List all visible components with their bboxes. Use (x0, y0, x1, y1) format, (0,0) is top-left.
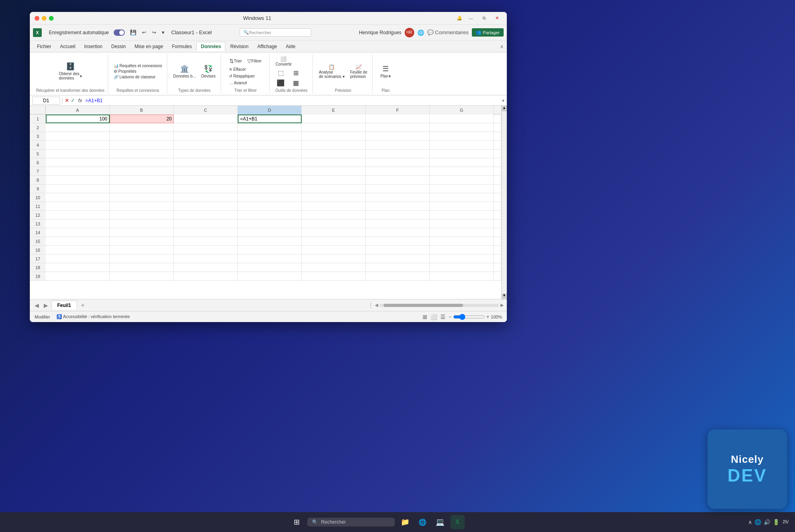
h-scroll-track[interactable] (380, 304, 499, 307)
close-button[interactable] (35, 16, 39, 21)
cell-g2[interactable] (430, 123, 494, 132)
undo-btn[interactable]: ↩ (140, 28, 148, 37)
btn-requetes-connexions[interactable]: 📊 Requêtes et connexions (112, 63, 164, 68)
customize-qat-btn[interactable]: ▾ (160, 28, 167, 37)
col-header-f[interactable]: F (366, 106, 430, 115)
btn-plan[interactable]: ☰ Plan ▾ (378, 63, 393, 80)
col-header-b[interactable]: B (110, 106, 174, 115)
cell-g1[interactable] (430, 115, 494, 123)
cell-b1[interactable]: 20 (110, 115, 174, 123)
taskbar-excel-btn[interactable]: X (450, 515, 465, 529)
tray-chevron-icon[interactable]: ∧ (748, 519, 752, 525)
tray-network-icon[interactable]: 🌐 (754, 519, 761, 525)
page-layout-btn[interactable]: ⬜ (430, 314, 437, 320)
btn-donnees-b[interactable]: 🏛️ Données b... (171, 63, 198, 80)
redo-btn[interactable]: ↪ (150, 28, 158, 37)
cell-rest-2[interactable] (494, 123, 501, 132)
cell-e2[interactable] (302, 123, 366, 132)
save-btn[interactable]: 💾 (128, 28, 138, 37)
comments-btn[interactable]: 💬 Commentaires (427, 29, 469, 35)
scroll-left-btn[interactable]: ◀ (375, 303, 378, 308)
zoom-in-btn[interactable]: + (487, 314, 489, 320)
maximize-button[interactable] (49, 16, 54, 21)
tab-accueil[interactable]: Accueil (56, 42, 80, 51)
h-scroll-thumb[interactable] (384, 304, 463, 307)
sheet-tab-feuil1[interactable]: Feuil1 (51, 301, 77, 310)
taskbar-edge-btn[interactable]: 🌐 (415, 515, 430, 529)
cell-d1[interactable]: =A1+B1 (238, 115, 302, 123)
tab-dessin[interactable]: Dessin (107, 42, 130, 51)
cell-f2[interactable] (366, 123, 430, 132)
name-box[interactable] (32, 97, 60, 105)
user-avatar[interactable]: HR (405, 28, 414, 37)
start-btn[interactable]: ⊞ (290, 515, 304, 529)
btn-reappliquer[interactable]: ↺ Réappliquer (227, 74, 256, 79)
taskbar-files-btn[interactable]: 📁 (398, 515, 412, 529)
cell-b2[interactable] (110, 123, 174, 132)
cell-a1[interactable]: 100 (46, 115, 110, 123)
btn-tool5[interactable]: ▦ (289, 78, 303, 87)
taskbar-clock[interactable]: 25/ (783, 519, 789, 525)
btn-proprietes[interactable]: ⚙ Propriétés (112, 69, 164, 74)
tab-affichage[interactable]: Affichage (253, 42, 281, 51)
taskbar-terminal-btn[interactable]: 💻 (433, 515, 447, 529)
cell-c1[interactable] (174, 115, 238, 123)
btn-effacer[interactable]: ✕ Effacer (227, 67, 256, 72)
btn-analyse-scenarios[interactable]: 📋 Analysede scénarios ▾ (317, 63, 346, 80)
auto-save-toggle[interactable] (114, 29, 125, 36)
add-sheet-btn[interactable]: + (79, 301, 87, 310)
cell-d2[interactable] (238, 123, 302, 132)
formula-expand-btn[interactable]: ▾ (502, 98, 504, 103)
btn-liaisons[interactable]: 🔗 Liaisons de classeur (112, 74, 164, 80)
horizontal-scrollbar[interactable]: ◀ ▶ (375, 303, 504, 308)
formula-input[interactable] (85, 98, 500, 103)
scroll-down-btn[interactable]: ▼ (502, 293, 507, 299)
scroll-up-btn[interactable]: ▲ (502, 106, 507, 111)
window-minimize-btn[interactable]: — (465, 15, 476, 21)
taskbar-search[interactable]: 🔍 Rechercher (307, 518, 395, 526)
btn-tool3[interactable]: ⊞ (289, 68, 303, 78)
globe-icon[interactable]: 🌐 (417, 29, 424, 36)
col-header-g[interactable]: G (430, 106, 494, 115)
confirm-formula-icon[interactable]: ✓ (71, 97, 75, 103)
zoom-out-btn[interactable]: − (449, 314, 452, 320)
col-header-a[interactable]: A (46, 106, 110, 115)
sheet-options-btn[interactable]: ⋮ (368, 302, 373, 308)
tab-revision[interactable]: Révision (226, 42, 252, 51)
ribbon-collapse-btn[interactable]: ∧ (500, 44, 504, 49)
btn-devises[interactable]: 💱 Devises (200, 63, 218, 80)
col-header-d[interactable]: D (238, 106, 302, 115)
normal-view-btn[interactable]: ⊞ (423, 314, 427, 320)
zoom-slider[interactable] (453, 314, 485, 320)
tray-battery-icon[interactable]: 🔋 (773, 519, 779, 525)
scroll-right-btn[interactable]: ▶ (500, 303, 504, 308)
scroll-track-v[interactable] (502, 111, 507, 293)
sheet-nav-left[interactable]: ◀ (33, 301, 41, 309)
cancel-formula-icon[interactable]: ✕ (65, 97, 69, 103)
tab-mise-en-page[interactable]: Mise en page (130, 42, 167, 51)
btn-obtenir-donnees[interactable]: 🗄️ Obtenir desdonnées ▾ (57, 61, 84, 82)
btn-feuille-prevision[interactable]: 📈 Feuille deprévision (348, 63, 369, 80)
fx-label[interactable]: fx (78, 97, 82, 103)
sheet-nav-right[interactable]: ▶ (42, 301, 50, 309)
tab-insertion[interactable]: Insertion (80, 42, 107, 51)
tab-fichier[interactable]: Fichier (33, 42, 55, 51)
window-restore-btn[interactable]: ⧉ (479, 15, 489, 21)
btn-convertir[interactable]: ⬜ Convertir (273, 55, 294, 68)
tray-volume-icon[interactable]: 🔊 (764, 519, 770, 525)
tab-aide[interactable]: Aide (282, 42, 299, 51)
cell-rest-1[interactable] (494, 115, 501, 123)
cell-e1[interactable] (302, 115, 366, 123)
minimize-button[interactable] (42, 16, 47, 21)
btn-filtrer[interactable]: ▽ Filtrer (245, 57, 264, 65)
vertical-scrollbar[interactable]: ▲ ▼ (501, 106, 507, 299)
cell-a2[interactable] (46, 123, 110, 132)
btn-tool4[interactable]: ⬛ (273, 78, 288, 87)
col-header-e[interactable]: E (302, 106, 366, 115)
cell-f1[interactable] (366, 115, 430, 123)
page-break-btn[interactable]: ☰ (440, 314, 446, 320)
btn-avance[interactable]: … Avancé (227, 80, 256, 85)
share-btn[interactable]: 👥 Partager (472, 28, 504, 37)
col-header-c[interactable]: C (174, 106, 238, 115)
tab-donnees[interactable]: Données (196, 42, 225, 51)
